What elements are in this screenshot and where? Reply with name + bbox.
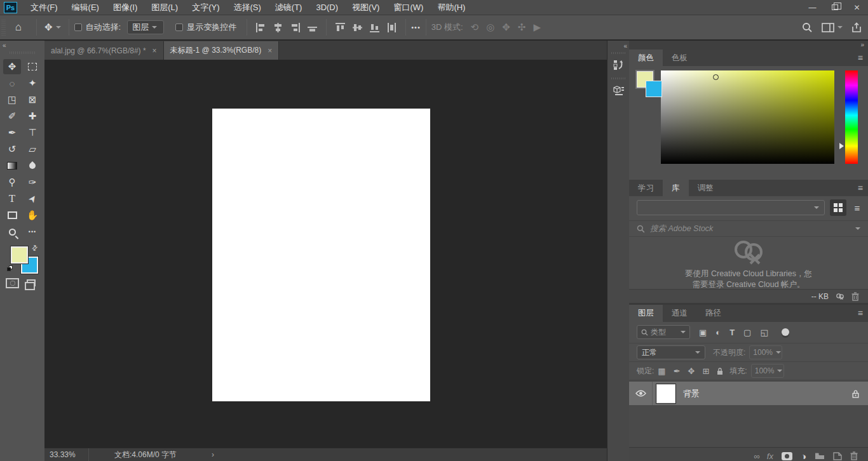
link-layers-icon[interactable]: ∞	[754, 451, 759, 461]
collapse-toolbar-icon[interactable]: «	[3, 42, 5, 49]
tool-crop[interactable]: ◳	[3, 92, 21, 107]
options-grip[interactable]	[1, 19, 6, 36]
align-right-edges-icon[interactable]	[290, 22, 301, 33]
tool-blur[interactable]	[24, 158, 41, 173]
canvas-area[interactable]	[44, 60, 607, 448]
3d-pan-icon[interactable]: ✥	[502, 22, 510, 33]
cc-sync-icon[interactable]	[835, 292, 845, 301]
new-group-icon[interactable]	[815, 452, 825, 460]
tool-type[interactable]: T	[3, 191, 21, 206]
filter-toggle-switch[interactable]	[782, 328, 789, 336]
new-adjustment-layer-icon[interactable]: ◑	[801, 451, 806, 461]
quick-mask-button[interactable]	[6, 278, 19, 288]
new-layer-icon[interactable]	[833, 452, 842, 460]
collapse-dock-icon[interactable]: »	[860, 41, 863, 48]
menu-edit[interactable]: 编辑(E)	[65, 0, 106, 15]
tool-zoom[interactable]	[3, 224, 21, 239]
panel-background-swatch[interactable]	[646, 81, 662, 97]
home-button[interactable]: ⌂	[6, 21, 31, 34]
layer-row-background[interactable]: 背景	[629, 382, 868, 405]
3d-roll-icon[interactable]: ◎	[486, 22, 494, 33]
distribute-horizontal-icon[interactable]	[307, 22, 318, 33]
expand-panels-icon[interactable]: «	[623, 43, 626, 50]
filter-adjustment-layers-icon[interactable]: ◐	[715, 328, 721, 337]
delete-layer-icon[interactable]	[850, 451, 858, 460]
tool-magic-wand[interactable]: ✦	[24, 76, 41, 91]
tool-gradient[interactable]	[3, 158, 21, 173]
3d-panel-button[interactable]	[609, 81, 628, 100]
foreground-color-swatch[interactable]	[11, 246, 28, 264]
restore-button[interactable]	[824, 0, 846, 15]
show-transform-checkbox[interactable]	[175, 23, 183, 31]
panel-menu-icon[interactable]: ≡	[858, 308, 863, 318]
layer-visibility-toggle[interactable]	[629, 382, 653, 405]
tool-eraser[interactable]: ▱	[24, 142, 41, 157]
lock-pixels-icon[interactable]: ✒	[674, 366, 681, 376]
toolbar-grip[interactable]	[10, 51, 35, 54]
menu-window[interactable]: 窗口(W)	[386, 0, 430, 15]
align-vertical-centers-icon[interactable]	[352, 22, 363, 33]
menu-image[interactable]: 图像(I)	[106, 0, 144, 15]
color-field[interactable]	[661, 70, 834, 164]
align-top-edges-icon[interactable]	[335, 22, 346, 33]
tool-brush[interactable]: ✒	[3, 125, 21, 140]
share-icon[interactable]	[851, 22, 862, 33]
lock-artboard-icon[interactable]: ⊞	[702, 366, 709, 376]
align-left-edges-icon[interactable]	[255, 22, 266, 33]
tool-history-brush[interactable]: ↺	[3, 142, 21, 157]
screen-mode-button[interactable]	[27, 279, 36, 286]
library-select-dropdown[interactable]	[637, 200, 825, 215]
align-horizontal-centers-icon[interactable]	[273, 22, 283, 33]
tab-paths[interactable]: 路径	[696, 305, 730, 322]
tab-layers[interactable]: 图层	[629, 305, 663, 322]
filter-type-dropdown[interactable]: 类型	[637, 325, 690, 339]
close-tab-icon[interactable]: ×	[268, 46, 272, 55]
grid-view-button[interactable]	[830, 199, 846, 216]
close-tab-icon[interactable]: ×	[153, 46, 157, 55]
tool-pen[interactable]: ✑	[24, 175, 41, 190]
search-icon[interactable]	[802, 22, 813, 33]
document-tab-active[interactable]: 未标题-1 @ 33.3%(RGB/8) ×	[164, 41, 280, 60]
tab-libraries[interactable]: 库	[663, 180, 689, 196]
tool-dodge[interactable]: ⚲	[3, 175, 21, 190]
tool-lasso[interactable]: ◌	[3, 76, 21, 91]
lock-transparency-icon[interactable]: ▦	[658, 366, 665, 376]
history-panel-button[interactable]	[609, 55, 628, 74]
close-button[interactable]: ✕	[846, 0, 868, 15]
tool-edit-toolbar[interactable]: •••	[24, 224, 41, 239]
add-layer-mask-icon[interactable]	[782, 452, 792, 460]
tool-rectangular-marquee[interactable]	[24, 59, 41, 74]
menu-filter[interactable]: 滤镜(T)	[268, 0, 309, 15]
menu-type[interactable]: 文字(Y)	[185, 0, 226, 15]
lock-all-icon[interactable]	[717, 367, 723, 375]
filter-shape-layers-icon[interactable]: ▢	[743, 328, 751, 337]
menu-select[interactable]: 选择(S)	[226, 0, 268, 15]
menu-view[interactable]: 视图(V)	[345, 0, 386, 15]
tool-eyedropper[interactable]: ✐	[3, 109, 21, 124]
auto-select-dropdown[interactable]: 图层	[127, 20, 164, 34]
menu-help[interactable]: 帮助(H)	[430, 0, 472, 15]
zoom-level-field[interactable]: 33.33%	[44, 448, 89, 461]
distribute-vertical-icon[interactable]	[386, 22, 397, 33]
tab-adjustments[interactable]: 调整	[689, 180, 722, 196]
panel-menu-icon[interactable]: ≡	[858, 183, 863, 193]
list-view-button[interactable]: ≡	[849, 199, 865, 216]
tool-frame[interactable]: ⊠	[24, 92, 41, 107]
auto-select-checkbox[interactable]	[74, 23, 82, 31]
panel-menu-icon[interactable]: ≡	[858, 53, 863, 63]
fill-dropdown[interactable]: 100%	[751, 364, 784, 378]
more-align-options-button[interactable]: •••	[411, 23, 421, 31]
tab-swatches[interactable]: 色板	[663, 50, 696, 66]
tool-healing-brush[interactable]: ✚	[24, 109, 41, 124]
layer-style-fx-icon[interactable]: fx	[767, 451, 773, 461]
menu-file[interactable]: 文件(F)	[24, 0, 65, 15]
tool-move[interactable]: ✥	[3, 59, 21, 74]
3d-orbit-icon[interactable]: ⟲	[471, 22, 479, 33]
tool-rectangle[interactable]	[3, 208, 21, 223]
workspace-switcher-button[interactable]	[822, 23, 843, 32]
status-expand-icon[interactable]: ›	[212, 450, 214, 459]
3d-camera-icon[interactable]: ▶	[533, 22, 541, 33]
document-canvas[interactable]	[212, 109, 430, 401]
menu-3d[interactable]: 3D(D)	[309, 0, 345, 15]
stock-search-field[interactable]: 搜索 Adobe Stock	[629, 220, 868, 237]
